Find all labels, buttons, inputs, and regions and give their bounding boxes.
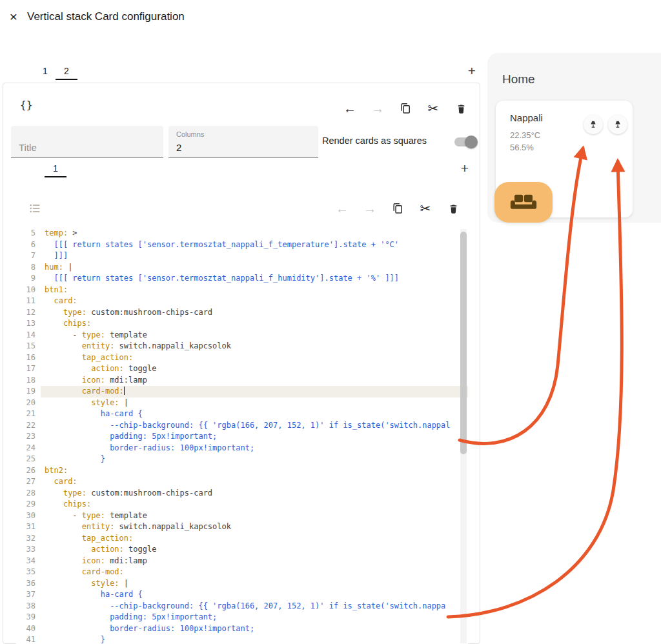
code-line[interactable]: 16 tap_action: — [16, 352, 468, 364]
code-line[interactable]: 11 card: — [16, 296, 468, 307]
trash-icon — [447, 203, 460, 215]
code-line[interactable]: 22 --chip-background: {{ 'rgba(166, 207,… — [16, 420, 468, 432]
code-line[interactable]: 13 chips: — [16, 318, 468, 330]
code-line[interactable]: 5temp: > — [16, 228, 468, 239]
scissors-icon: ✂ — [420, 202, 431, 215]
code-line[interactable]: 38 --chip-background: {{ 'rgba(166, 207,… — [16, 601, 468, 612]
preview-view-title: Home — [502, 72, 535, 86]
humidity-value: 56.5% — [510, 143, 534, 152]
code-line[interactable]: 10btn1: — [16, 285, 468, 296]
lamp-icon — [589, 120, 598, 129]
lamp-chip-button-1[interactable] — [584, 115, 603, 134]
lamp-chip-button-2[interactable] — [608, 115, 627, 134]
arrow-left-icon: ← — [343, 102, 356, 115]
code-line[interactable]: 8hum: | — [16, 262, 468, 274]
code-line[interactable]: 33 action: toggle — [16, 544, 468, 556]
code-line[interactable]: 15 entity: switch.nappali_kapcsolok — [16, 341, 468, 352]
columns-label: Columns — [176, 130, 204, 138]
code-line[interactable]: 35 card-mod: — [16, 567, 468, 578]
delete-card-button[interactable] — [453, 100, 469, 117]
add-card-button[interactable]: + — [463, 63, 481, 79]
copy-icon — [399, 102, 412, 115]
code-scrollbar — [460, 229, 467, 643]
yaml-code-editor[interactable]: 5temp: >6 [[[ return states ['sensor.ter… — [16, 228, 468, 644]
move-card-back-button[interactable]: ← — [341, 100, 358, 117]
code-line[interactable]: 19 card-mod: — [16, 386, 468, 397]
code-line[interactable]: 27 card: — [16, 476, 468, 488]
code-line[interactable]: 17 action: toggle — [16, 363, 468, 375]
code-line[interactable]: 39 padding: 5px!important; — [16, 612, 468, 623]
code-line[interactable]: 28 type: custom:mushroom-chips-card — [16, 488, 468, 499]
code-line[interactable]: 7 ]]] — [16, 250, 468, 262]
inner-delete-button[interactable] — [445, 200, 462, 217]
code-line[interactable]: 9 [[[ return states ['sensor.termosztat_… — [16, 273, 468, 285]
code-line[interactable]: 29 chips: — [16, 499, 468, 510]
code-line[interactable]: 21 ha-card { — [16, 408, 468, 420]
code-line[interactable]: 37 ha-card { — [16, 589, 468, 601]
inner-move-back-button[interactable]: ← — [334, 200, 351, 217]
render-squares-label: Render cards as squares — [322, 136, 427, 146]
sofa-icon — [510, 193, 537, 212]
arrow-right-icon: → — [363, 202, 376, 215]
arrow-left-icon: ← — [336, 202, 349, 215]
copy-icon — [391, 202, 404, 215]
code-lines: 5temp: >6 [[[ return states ['sensor.ter… — [16, 228, 468, 644]
code-line[interactable]: 25 } — [16, 454, 468, 465]
code-line[interactable]: 41 } — [16, 634, 468, 644]
yaml-editor-toggle[interactable]: {} — [20, 99, 32, 111]
inner-move-forward-button[interactable]: → — [361, 200, 378, 217]
code-scrollbar-thumb[interactable] — [460, 232, 467, 454]
code-line[interactable]: 31 entity: switch.nappali_kapcsolok — [16, 521, 468, 533]
dialog-title: Vertical stack Card configuration — [27, 10, 185, 23]
stack-tab-2[interactable]: 2 — [56, 63, 77, 80]
close-icon[interactable]: × — [5, 8, 22, 25]
visual-editor-toggle[interactable] — [26, 200, 43, 217]
toggle-thumb — [465, 136, 478, 148]
code-line[interactable]: 14 - type: template — [16, 330, 468, 341]
list-icon — [28, 202, 41, 215]
dashboard-preview: Home Nappali 22.35°C 56.5% — [487, 53, 661, 223]
title-field[interactable] — [11, 126, 163, 158]
card-editor-panel: {} ← → ✂ Columns Render cards as squares… — [3, 83, 480, 644]
lamp-icon — [613, 120, 622, 129]
render-squares-toggle[interactable] — [454, 137, 476, 146]
columns-input[interactable] — [168, 139, 318, 155]
code-line[interactable]: 26btn2: — [16, 465, 468, 477]
move-card-forward-button[interactable]: → — [369, 100, 386, 117]
code-line[interactable]: 23 padding: 5px!important; — [16, 431, 468, 443]
sofa-chip[interactable] — [494, 182, 553, 223]
code-line[interactable]: 20 style: | — [16, 397, 468, 409]
code-line[interactable]: 18 icon: mdi:lamp — [16, 375, 468, 387]
cut-card-button[interactable]: ✂ — [425, 100, 442, 117]
code-line[interactable]: 36 style: | — [16, 578, 468, 590]
code-line[interactable]: 30 - type: template — [16, 510, 468, 522]
inner-copy-button[interactable] — [389, 200, 406, 217]
code-line[interactable]: 34 icon: mdi:lamp — [16, 556, 468, 567]
inner-cut-button[interactable]: ✂ — [417, 200, 434, 217]
copy-card-button[interactable] — [397, 100, 414, 117]
code-line[interactable]: 32 tap_action: — [16, 533, 468, 545]
stack-tab-1[interactable]: 1 — [34, 63, 56, 79]
columns-field[interactable]: Columns — [168, 126, 318, 158]
arrow-right-icon: → — [371, 102, 384, 115]
code-line[interactable]: 12 type: custom:mushroom-chips-card — [16, 307, 468, 319]
title-input[interactable] — [11, 139, 163, 155]
card-title: Nappali — [510, 112, 543, 123]
code-line[interactable]: 24 border-radius: 100px!important; — [16, 443, 468, 454]
temperature-value: 22.35°C — [510, 130, 540, 140]
code-line[interactable]: 40 border-radius: 100px!important; — [16, 623, 468, 635]
scissors-icon: ✂ — [428, 102, 439, 115]
inner-add-card-button[interactable]: + — [456, 161, 474, 176]
code-line[interactable]: 6 [[[ return states ['sensor.termosztat_… — [16, 239, 468, 251]
inner-card-tab-1[interactable]: 1 — [45, 161, 66, 177]
trash-icon — [455, 103, 467, 115]
